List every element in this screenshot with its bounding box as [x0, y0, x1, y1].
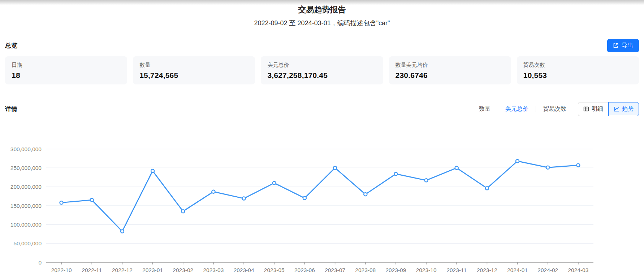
svg-text:2023-09: 2023-09	[385, 267, 406, 273]
stat-card-value: 3,627,258,170.45	[267, 71, 376, 80]
svg-text:2023-04: 2023-04	[234, 267, 254, 273]
svg-text:2024-03: 2024-03	[568, 267, 588, 273]
svg-text:2023-11: 2023-11	[446, 267, 467, 273]
export-button-label: 导出	[622, 42, 633, 49]
view-toggle-detail[interactable]: 明细	[578, 102, 608, 116]
stat-card-value: 18	[12, 71, 121, 80]
svg-text:2023-10: 2023-10	[416, 267, 437, 273]
svg-text:2024-02: 2024-02	[537, 267, 558, 273]
overview-section-title: 总览	[5, 41, 17, 50]
tab-separator	[498, 106, 498, 112]
stat-card-label: 数量美元均价	[396, 62, 505, 69]
svg-text:2022-11: 2022-11	[82, 267, 102, 273]
metric-tab-quantity[interactable]: 数量	[477, 105, 492, 113]
metric-tabs: 数量 美元总价 贸易次数	[477, 105, 568, 113]
stat-card: 数量美元均价 230.6746	[389, 56, 511, 84]
svg-text:2023-06: 2023-06	[294, 267, 315, 273]
trend-chart-container[interactable]: 050,000,000100,000,000150,000,000200,000…	[5, 126, 639, 276]
details-section-title: 详情	[5, 105, 17, 113]
stat-card-value: 230.6746	[396, 71, 505, 80]
svg-text:2023-01: 2023-01	[142, 267, 163, 273]
page-title: 交易趋势报告	[0, 4, 644, 15]
stat-card: 贸易次数 10,553	[517, 56, 639, 84]
view-toggle-detail-label: 明细	[592, 105, 603, 113]
svg-text:250,000,000: 250,000,000	[10, 165, 42, 171]
details-controls: 数量 美元总价 贸易次数 明细	[477, 102, 639, 116]
stat-card: 日期 18	[5, 56, 127, 84]
svg-text:150,000,000: 150,000,000	[10, 203, 42, 209]
stat-card-label: 美元总价	[267, 62, 376, 69]
overview-header: 总览 导出	[5, 38, 639, 53]
svg-text:50,000,000: 50,000,000	[13, 240, 42, 246]
table-icon	[583, 106, 589, 112]
trend-chart: 050,000,000100,000,000150,000,000200,000…	[5, 126, 639, 276]
svg-text:2022-10: 2022-10	[51, 267, 72, 273]
stat-card-label: 日期	[12, 62, 121, 69]
stat-card-label: 贸易次数	[523, 62, 632, 69]
export-button[interactable]: 导出	[607, 39, 639, 52]
stat-card: 数量 15,724,565	[133, 56, 255, 84]
svg-text:0: 0	[38, 259, 42, 266]
metric-tab-usd-total[interactable]: 美元总价	[504, 105, 530, 113]
stat-card: 美元总价 3,627,258,170.45	[261, 56, 383, 84]
details-header: 详情 数量 美元总价 贸易次数 明细	[5, 102, 639, 116]
svg-text:2023-08: 2023-08	[355, 267, 376, 273]
view-toggle-trend[interactable]: 趋势	[608, 102, 639, 116]
stat-card-value: 10,553	[523, 71, 632, 80]
stat-cards: 日期 18 数量 15,724,565 美元总价 3,627,258,170.4…	[5, 56, 639, 84]
stat-card-label: 数量	[139, 62, 248, 69]
metric-tab-trade-count[interactable]: 贸易次数	[542, 105, 568, 113]
svg-text:200,000,000: 200,000,000	[10, 184, 42, 190]
page-subtitle: 2022-09-02 至 2024-03-01，编码描述包含"car"	[0, 19, 644, 27]
view-toggle-trend-label: 趋势	[622, 105, 634, 113]
svg-text:2023-02: 2023-02	[173, 267, 193, 273]
svg-text:2022-12: 2022-12	[112, 267, 133, 273]
trend-icon	[614, 106, 619, 112]
tab-separator	[536, 106, 536, 112]
svg-text:100,000,000: 100,000,000	[10, 222, 42, 228]
svg-text:2023-12: 2023-12	[477, 267, 497, 273]
export-icon	[613, 43, 619, 48]
svg-text:300,000,000: 300,000,000	[10, 146, 42, 152]
stat-card-value: 15,724,565	[139, 71, 248, 80]
svg-text:2023-07: 2023-07	[325, 267, 345, 273]
svg-text:2023-05: 2023-05	[264, 267, 285, 273]
view-toggle: 明细 趋势	[578, 102, 639, 116]
svg-text:2023-03: 2023-03	[203, 267, 224, 273]
svg-text:2024-01: 2024-01	[507, 267, 528, 273]
